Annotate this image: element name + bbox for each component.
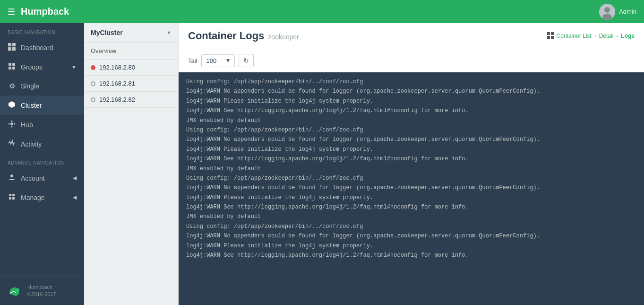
- groups-icon: [8, 62, 16, 71]
- manage-chevron-icon: ◀: [73, 194, 77, 200]
- sidebar-item-groups[interactable]: Groups ▼: [0, 57, 84, 77]
- user-area[interactable]: Admin: [599, 4, 636, 20]
- groups-chevron-icon: ▼: [71, 64, 77, 70]
- node-item[interactable]: 192.168.2.80: [84, 60, 178, 76]
- sidebar-item-label-single: Single: [21, 82, 77, 90]
- svg-point-22: [17, 288, 19, 291]
- sidebar-item-dashboard[interactable]: Dashboard: [0, 38, 84, 57]
- sidebar-item-label-activity: Activity: [21, 140, 77, 148]
- sidebar-item-activity[interactable]: Activity: [0, 134, 84, 154]
- svg-rect-9: [9, 67, 11, 70]
- page-subtitle: zookeeper: [268, 33, 299, 41]
- svg-rect-8: [12, 63, 15, 66]
- log-line: log4j:WARN No appenders could be found f…: [186, 183, 636, 192]
- account-chevron-icon: ◀: [73, 175, 77, 181]
- node-status-dot: [91, 65, 95, 70]
- activity-icon: [8, 139, 16, 148]
- content-area: Container Logs zookeeper Container List …: [179, 23, 644, 305]
- sidebar: BASIC NAVIGATION Dashboard Groups ▼ ⚙ Si…: [0, 23, 84, 305]
- footer-brand: Humpback: [27, 284, 56, 291]
- page-title: Container Logs: [188, 30, 264, 42]
- sidebar-item-cluster[interactable]: Cluster: [0, 96, 84, 115]
- sidebar-item-single[interactable]: ⚙ Single: [0, 77, 84, 96]
- svg-rect-21: [12, 197, 15, 200]
- refresh-button[interactable]: ↻: [239, 54, 254, 67]
- node-list: 192.168.2.80192.168.2.81192.168.2.82: [84, 60, 178, 108]
- svg-rect-19: [12, 194, 15, 196]
- log-line: JMX enabled by default: [186, 116, 636, 125]
- log-line: log4j:WARN No appenders could be found f…: [186, 231, 636, 241]
- content-header: Container Logs zookeeper Container List …: [179, 23, 644, 49]
- account-icon: [8, 174, 16, 183]
- breadcrumb-detail[interactable]: Detail: [599, 33, 614, 39]
- log-line: Using config: /opt/app/zookeeper/bin/../…: [186, 125, 636, 135]
- dashboard-icon: [8, 43, 16, 52]
- sidebar-item-label-hub: Hub: [21, 121, 77, 129]
- admin-label: Admin: [619, 8, 636, 15]
- tail-label: Tail: [188, 57, 197, 64]
- svg-rect-26: [551, 36, 554, 39]
- app-brand: Humpback: [21, 6, 599, 17]
- cluster-chevron-icon: ▼: [166, 30, 172, 35]
- cluster-overview[interactable]: Overview: [84, 43, 178, 60]
- node-ip: 192.168.2.81: [99, 80, 135, 87]
- footer-logo: [8, 283, 23, 298]
- tail-select-wrapper: 501002005001000 ▼: [201, 54, 235, 67]
- log-line: log4j:WARN See http://logging.apache.org…: [186, 106, 636, 115]
- svg-rect-4: [12, 43, 16, 46]
- sidebar-item-label-cluster: Cluster: [21, 102, 77, 109]
- advance-nav-label: ADVANCE NAVIGATION: [0, 154, 84, 168]
- log-line: Using config: /opt/app/zookeeper/bin/../…: [186, 77, 636, 87]
- sidebar-item-manage[interactable]: Manage ◀: [0, 188, 84, 207]
- cluster-header[interactable]: MyCluster ▼: [84, 23, 178, 43]
- sidebar-item-label-groups: Groups: [21, 63, 67, 71]
- breadcrumb-sep-2: ›: [616, 33, 618, 39]
- node-status-dot: [91, 97, 95, 102]
- log-line: log4j:WARN See http://logging.apache.org…: [186, 202, 636, 212]
- tail-select[interactable]: 501002005001000: [201, 54, 235, 67]
- svg-rect-7: [9, 63, 11, 66]
- single-icon: ⚙: [8, 82, 16, 90]
- breadcrumb-current: Logs: [621, 33, 635, 39]
- avatar: [599, 4, 615, 20]
- svg-point-16: [14, 123, 16, 125]
- cluster-name: MyCluster: [91, 29, 123, 36]
- main-layout: BASIC NAVIGATION Dashboard Groups ▼ ⚙ Si…: [0, 23, 644, 305]
- log-line: log4j:WARN No appenders could be found f…: [186, 135, 636, 144]
- svg-point-15: [9, 123, 10, 125]
- svg-point-13: [11, 121, 13, 122]
- sidebar-item-account[interactable]: Account ◀: [0, 168, 84, 188]
- log-line: Using config: /opt/app/zookeeper/bin/../…: [186, 174, 636, 183]
- node-ip: 192.168.2.80: [99, 64, 135, 71]
- breadcrumb-grid-icon: [547, 32, 554, 40]
- node-item[interactable]: 192.168.2.82: [84, 92, 178, 108]
- svg-rect-23: [547, 32, 550, 35]
- svg-rect-3: [8, 43, 11, 46]
- hub-icon: [8, 120, 16, 129]
- sidebar-item-hub[interactable]: Hub: [0, 115, 84, 134]
- footer-text: Humpback ©2016-2017: [27, 284, 56, 298]
- log-line: log4j:WARN No appenders could be found f…: [186, 87, 636, 96]
- svg-marker-11: [9, 101, 15, 108]
- cluster-panel: MyCluster ▼ Overview 192.168.2.80192.168…: [84, 23, 179, 305]
- log-line: log4j:WARN Please initialize the log4j s…: [186, 96, 636, 106]
- svg-rect-25: [547, 36, 550, 39]
- sidebar-item-label-dashboard: Dashboard: [21, 44, 77, 52]
- node-item[interactable]: 192.168.2.81: [84, 76, 178, 92]
- sidebar-item-label-manage: Manage: [21, 194, 68, 201]
- svg-rect-10: [12, 67, 15, 70]
- svg-rect-24: [551, 32, 554, 35]
- basic-nav-label: BASIC NAVIGATION: [0, 23, 84, 38]
- sidebar-footer: Humpback ©2016-2017: [0, 276, 84, 305]
- overview-label: Overview: [91, 47, 116, 54]
- log-line: log4j:WARN Please initialize the log4j s…: [186, 241, 636, 251]
- log-area[interactable]: Using config: /opt/app/zookeeper/bin/../…: [179, 72, 644, 305]
- svg-rect-6: [12, 47, 16, 51]
- hamburger-icon[interactable]: ☰: [8, 7, 15, 17]
- cluster-icon: [8, 101, 16, 110]
- breadcrumb-sep-1: ›: [594, 33, 596, 39]
- top-navbar: ☰ Humpback Admin: [0, 0, 644, 23]
- breadcrumb-container-list[interactable]: Container List: [557, 33, 592, 39]
- footer-copyright: ©2016-2017: [27, 291, 56, 298]
- log-line: log4j:WARN Please initialize the log4j s…: [186, 193, 636, 202]
